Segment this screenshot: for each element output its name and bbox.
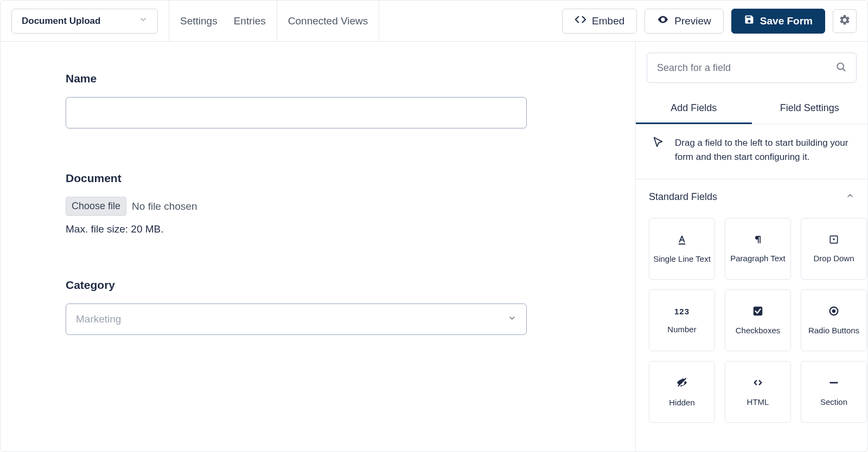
preview-button-label: Preview xyxy=(674,15,711,27)
cursor-icon xyxy=(652,136,664,165)
field-card-label: Radio Buttons xyxy=(808,326,859,335)
field-name: Name xyxy=(66,72,570,128)
sidebar-hint: Drag a field to the left to start buildi… xyxy=(636,124,867,179)
divider xyxy=(379,1,379,42)
field-card-label: HTML xyxy=(747,397,769,406)
sidebar-hint-text: Drag a field to the left to start buildi… xyxy=(675,136,854,165)
sidebar-tabs: Add Fields Field Settings xyxy=(636,94,867,124)
eye-icon xyxy=(657,14,669,28)
svg-point-0 xyxy=(662,18,664,21)
hidden-icon xyxy=(675,376,688,389)
field-grid: Single Line Text Paragraph Text Drop Dow… xyxy=(636,212,867,436)
field-card-label: Number xyxy=(667,325,696,334)
radio-icon xyxy=(828,305,840,317)
save-form-button[interactable]: Save Form xyxy=(731,9,825,34)
search-icon xyxy=(835,61,846,74)
field-card-hidden[interactable]: Hidden xyxy=(649,361,715,423)
field-label-document: Document xyxy=(66,172,570,185)
nav-entries[interactable]: Entries xyxy=(234,15,266,27)
field-document: Document Choose file No file chosen Max.… xyxy=(66,172,570,235)
divider xyxy=(169,1,169,42)
field-category: Category Marketing xyxy=(66,279,570,335)
form-selector[interactable]: Document Upload xyxy=(11,9,158,34)
field-card-label: Hidden xyxy=(669,398,695,407)
embed-button[interactable]: Embed xyxy=(562,9,637,34)
field-card-single-line-text[interactable]: Single Line Text xyxy=(649,218,715,280)
field-card-label: Section xyxy=(820,397,847,406)
app-root: Document Upload Settings Entries Connect… xyxy=(0,0,868,452)
section-title: Standard Fields xyxy=(649,191,717,203)
field-card-radio-buttons[interactable]: Radio Buttons xyxy=(801,289,867,351)
nav-links-2: Connected Views xyxy=(288,15,368,27)
save-icon xyxy=(744,14,755,28)
gear-icon xyxy=(839,14,851,28)
number-icon: 123 xyxy=(674,307,690,316)
field-card-checkboxes[interactable]: Checkboxes xyxy=(725,289,791,351)
body: Name Document Choose file No file chosen… xyxy=(1,42,867,451)
field-label-category: Category xyxy=(66,279,570,292)
dropdown-icon xyxy=(828,234,839,245)
text-icon xyxy=(676,234,688,246)
field-card-paragraph-text[interactable]: Paragraph Text xyxy=(725,218,791,280)
code-icon xyxy=(575,14,586,28)
chevron-down-icon xyxy=(139,15,148,27)
field-label-name: Name xyxy=(66,72,570,85)
field-card-label: Single Line Text xyxy=(653,254,711,263)
tab-add-fields[interactable]: Add Fields xyxy=(636,94,752,124)
field-card-html[interactable]: HTML xyxy=(725,361,791,423)
save-button-label: Save Form xyxy=(760,15,813,27)
preview-button[interactable]: Preview xyxy=(644,9,724,34)
category-selected-value: Marketing xyxy=(76,313,121,325)
chevron-up-icon xyxy=(846,191,854,203)
divider xyxy=(277,1,277,42)
html-icon xyxy=(752,377,764,389)
nav-connected-views[interactable]: Connected Views xyxy=(288,15,368,27)
svg-rect-7 xyxy=(754,307,763,316)
svg-line-2 xyxy=(843,69,845,71)
settings-gear-button[interactable] xyxy=(833,9,857,33)
checkbox-icon xyxy=(752,305,764,317)
name-input[interactable] xyxy=(66,97,527,128)
chevron-down-icon xyxy=(508,314,516,325)
field-card-number[interactable]: 123 Number xyxy=(649,289,715,351)
nav-settings[interactable]: Settings xyxy=(180,15,218,27)
field-card-label: Drop Down xyxy=(813,254,854,263)
nav-links: Settings Entries xyxy=(180,15,266,27)
topbar: Document Upload Settings Entries Connect… xyxy=(1,1,867,42)
svg-point-9 xyxy=(832,309,835,313)
field-card-label: Paragraph Text xyxy=(730,254,785,263)
file-size-hint: Max. file size: 20 MB. xyxy=(66,223,570,235)
form-selector-label: Document Upload xyxy=(22,16,100,27)
tab-field-settings[interactable]: Field Settings xyxy=(752,94,868,124)
choose-file-button[interactable]: Choose file xyxy=(66,197,126,216)
section-icon xyxy=(828,377,840,389)
svg-marker-6 xyxy=(833,239,835,241)
category-select[interactable]: Marketing xyxy=(66,304,527,335)
field-card-label: Checkboxes xyxy=(736,326,781,335)
file-status-text: No file chosen xyxy=(132,201,197,212)
field-search[interactable] xyxy=(647,53,857,83)
form-canvas: Name Document Choose file No file chosen… xyxy=(1,42,635,451)
section-standard-fields[interactable]: Standard Fields xyxy=(636,179,867,212)
paragraph-icon xyxy=(752,234,763,245)
field-card-section[interactable]: Section xyxy=(801,361,867,423)
field-card-drop-down[interactable]: Drop Down xyxy=(801,218,867,280)
search-input[interactable] xyxy=(657,62,835,74)
sidebar: Add Fields Field Settings Drag a field t… xyxy=(635,42,867,451)
file-upload: Choose file No file chosen xyxy=(66,197,570,216)
embed-button-label: Embed xyxy=(592,15,624,27)
